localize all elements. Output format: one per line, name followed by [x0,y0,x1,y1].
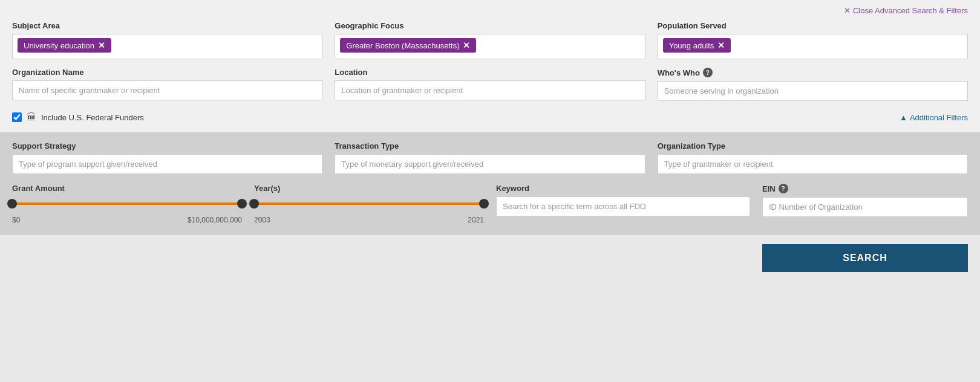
geographic-focus-group: Geographic Focus Greater Boston (Massach… [335,21,645,59]
keyword-label: Keyword [496,184,750,193]
transaction-type-input[interactable] [335,154,645,174]
years-thumb-left[interactable] [249,199,259,209]
years-label: Year(s) [254,184,484,193]
org-type-group: Organization Type [658,141,968,174]
grant-amount-labels: $0 $10,000,000,000 [12,216,242,224]
subject-area-label: Subject Area [12,21,322,30]
whos-who-label: Who's Who ? [658,68,968,77]
geographic-focus-input[interactable]: Greater Boston (Massachusetts) ✕ [335,34,645,59]
location-label: Location [335,68,645,77]
geographic-focus-label: Geographic Focus [335,21,645,30]
grant-amount-thumb-left[interactable] [7,199,17,209]
ein-label: EIN ? [762,184,968,193]
support-strategy-group: Support Strategy [12,141,322,174]
include-funders-checkbox[interactable] [12,112,22,122]
whos-who-group: Who's Who ? [658,68,968,101]
population-served-tag: Young adults ✕ [663,38,731,53]
grant-amount-slider[interactable] [12,196,242,211]
population-served-input[interactable]: Young adults ✕ [658,34,968,59]
secondary-filters-row: Organization Name Location Who's Who ? [12,68,968,101]
advanced-search-panel: ✕ Close Advanced Search & Filters Subjec… [0,0,980,282]
years-group: Year(s) 2003 2021 [254,184,484,224]
bottom-row: 🏛 Include U.S. Federal Funders ▲ Additio… [12,109,968,124]
ein-input[interactable] [762,197,968,217]
bottom-bar: SEARCH [0,235,980,282]
years-fill [254,202,484,205]
ein-help-icon[interactable]: ? [779,184,788,193]
grant-amount-min: $0 [12,216,20,224]
population-served-tag-text: Young adults [669,41,714,50]
population-served-label: Population Served [658,21,968,30]
primary-filters-row: Subject Area University education ✕ Geog… [12,21,968,59]
range-row: Grant Amount $0 $10,000,000,000 Year(s) [12,184,968,224]
whos-who-help-icon[interactable]: ? [703,68,713,77]
search-button[interactable]: SEARCH [762,244,968,272]
additional-filters-panel: Support Strategy Transaction Type Organi… [0,133,980,235]
grant-amount-fill [12,202,242,205]
ein-group: EIN ? [762,184,968,217]
org-type-label: Organization Type [658,141,968,151]
location-group: Location [335,68,645,101]
geographic-focus-tag-remove[interactable]: ✕ [463,40,470,50]
grant-amount-max: $10,000,000,000 [188,216,242,224]
population-served-tag-remove[interactable]: ✕ [717,40,725,50]
org-name-label: Organization Name [12,68,322,77]
additional-filters-link[interactable]: ▲ Additional Filters [900,113,968,122]
additional-filters-label: Additional Filters [910,113,968,122]
keyword-group: Keyword [496,184,750,216]
org-name-input[interactable] [12,80,322,100]
whos-who-input[interactable] [658,81,968,101]
close-advanced-search-link[interactable]: ✕ Close Advanced Search & Filters [844,6,968,15]
years-labels: 2003 2021 [254,216,484,224]
grant-amount-label: Grant Amount [12,184,242,193]
grant-amount-track [12,202,242,205]
support-strategy-input[interactable] [12,154,322,174]
include-funders-label: Include U.S. Federal Funders [41,113,144,122]
population-served-group: Population Served Young adults ✕ [658,21,968,59]
years-min: 2003 [254,216,270,224]
subject-area-tag-remove[interactable]: ✕ [98,40,105,50]
years-thumb-right[interactable] [479,199,489,209]
grant-amount-group: Grant Amount $0 $10,000,000,000 [12,184,242,224]
org-name-group: Organization Name [12,68,322,101]
subject-area-input[interactable]: University education ✕ [12,34,322,59]
keyword-input[interactable] [496,196,750,216]
org-type-input[interactable] [658,154,968,174]
grant-amount-thumb-right[interactable] [237,199,247,209]
include-funders-row: 🏛 Include U.S. Federal Funders [12,112,144,123]
transaction-type-group: Transaction Type [335,141,645,174]
geographic-focus-tag-text: Greater Boston (Massachusetts) [346,41,459,50]
years-track [254,202,484,205]
top-panel: ✕ Close Advanced Search & Filters Subjec… [0,0,980,133]
location-input[interactable] [335,80,645,100]
subject-area-group: Subject Area University education ✕ [12,21,322,59]
transaction-type-label: Transaction Type [335,141,645,151]
close-row: ✕ Close Advanced Search & Filters [12,6,968,15]
subject-area-tag-text: University education [24,41,94,50]
geographic-focus-tag: Greater Boston (Massachusetts) ✕ [340,38,476,53]
years-slider[interactable] [254,196,484,211]
strategy-row: Support Strategy Transaction Type Organi… [12,141,968,174]
additional-filters-chevron: ▲ [900,113,907,122]
years-max: 2021 [468,216,484,224]
building-icon: 🏛 [27,112,36,123]
support-strategy-label: Support Strategy [12,141,322,151]
subject-area-tag: University education ✕ [18,38,111,53]
